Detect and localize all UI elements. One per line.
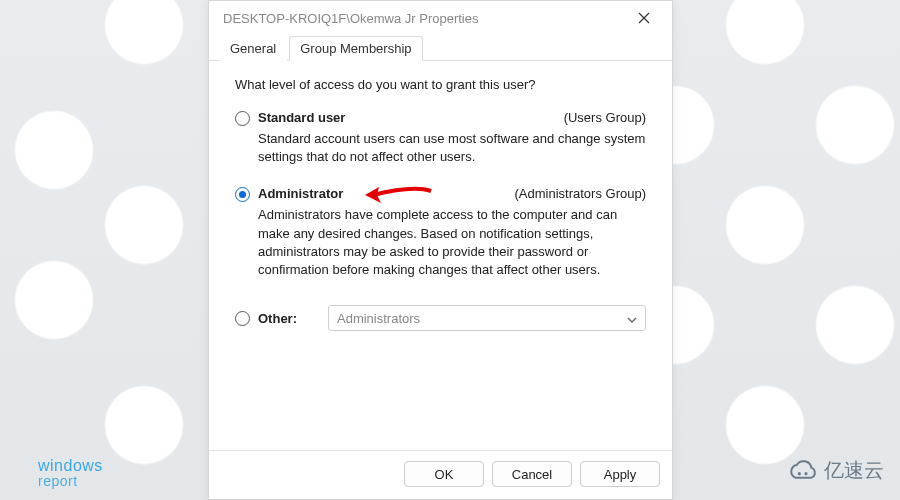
radio-other[interactable] xyxy=(235,311,250,326)
administrator-label: Administrator xyxy=(258,186,343,201)
window-title: DESKTOP-KROIQ1F\Okemwa Jr Properties xyxy=(223,11,626,26)
ok-button[interactable]: OK xyxy=(404,461,484,487)
properties-dialog: DESKTOP-KROIQ1F\Okemwa Jr Properties Gen… xyxy=(208,0,673,500)
close-icon xyxy=(638,12,650,24)
radio-standard-user[interactable] xyxy=(235,111,250,126)
other-group-selected: Administrators xyxy=(337,311,627,326)
watermark-windows-report: windows report xyxy=(38,458,103,488)
other-label: Other: xyxy=(258,311,308,326)
option-standard: Standard user (Users Group) xyxy=(235,110,646,126)
tab-group-membership[interactable]: Group Membership xyxy=(289,36,422,61)
svg-point-0 xyxy=(798,472,801,475)
standard-user-label: Standard user xyxy=(258,110,345,125)
option-other: Other: Administrators xyxy=(235,305,646,331)
watermark-yisuyun: 亿速云 xyxy=(786,457,884,484)
administrator-description: Administrators have complete access to t… xyxy=(235,206,646,279)
option-administrator: Administrator (Administrators Group) xyxy=(235,186,646,202)
close-button[interactable] xyxy=(626,4,662,32)
tab-row: General Group Membership xyxy=(209,35,672,61)
cancel-button[interactable]: Cancel xyxy=(492,461,572,487)
apply-button[interactable]: Apply xyxy=(580,461,660,487)
dialog-footer: OK Cancel Apply xyxy=(209,450,672,499)
standard-user-group: (Users Group) xyxy=(564,110,646,125)
access-prompt: What level of access do you want to gran… xyxy=(235,77,646,92)
tab-content: What level of access do you want to gran… xyxy=(209,61,672,450)
cloud-icon xyxy=(786,460,818,482)
other-group-select[interactable]: Administrators xyxy=(328,305,646,331)
chevron-down-icon xyxy=(627,311,637,326)
svg-point-1 xyxy=(804,472,807,475)
standard-user-description: Standard account users can use most soft… xyxy=(235,130,646,166)
radio-administrator[interactable] xyxy=(235,187,250,202)
titlebar: DESKTOP-KROIQ1F\Okemwa Jr Properties xyxy=(209,1,672,35)
tab-general[interactable]: General xyxy=(219,36,287,61)
administrator-group: (Administrators Group) xyxy=(515,186,646,201)
